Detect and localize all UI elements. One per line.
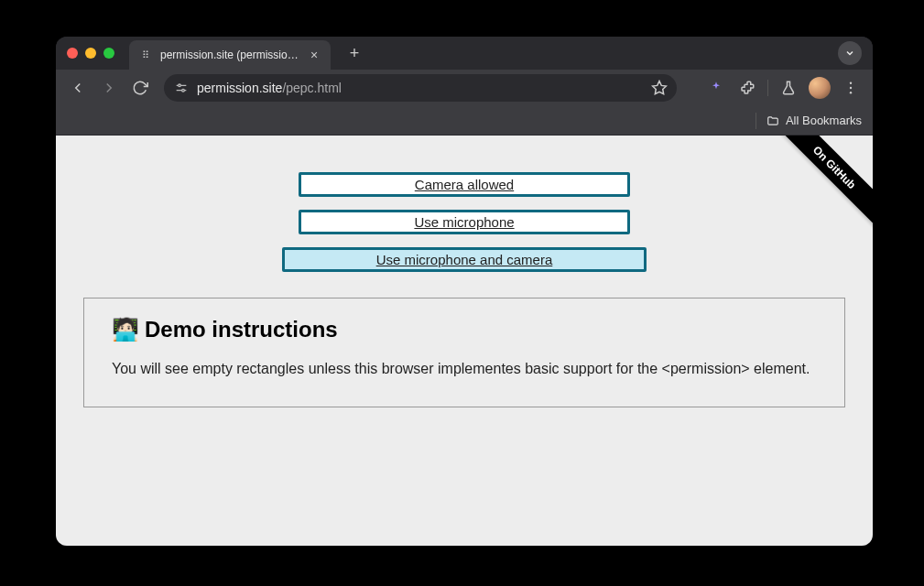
instructions-body: You will see empty rectangles unless thi…: [112, 359, 817, 379]
demo-instructions-box: 🧑🏻‍💻 Demo instructions You will see empt…: [83, 298, 845, 407]
new-tab-button[interactable]: +: [342, 40, 367, 66]
close-window-button[interactable]: [67, 48, 78, 59]
labs-icon[interactable]: [776, 75, 801, 101]
folder-icon: [766, 114, 780, 127]
instructions-heading-text: Demo instructions: [145, 317, 338, 342]
bookmark-star-icon[interactable]: [651, 80, 668, 96]
instructions-heading: 🧑🏻‍💻 Demo instructions: [112, 317, 817, 342]
all-bookmarks-label: All Bookmarks: [786, 114, 862, 127]
sparkle-icon[interactable]: [703, 75, 729, 101]
maximize-window-button[interactable]: [103, 48, 114, 59]
microphone-permission-button[interactable]: Use microphone: [299, 210, 630, 234]
site-settings-icon[interactable]: [173, 80, 190, 96]
toolbar-right: [703, 75, 864, 101]
avatar-image: [809, 77, 831, 99]
developer-icon: 🧑🏻‍💻: [112, 317, 139, 342]
toolbar: permission.site/pepc.html: [56, 70, 873, 106]
toolbar-separator: [767, 80, 768, 96]
svg-point-2: [179, 84, 181, 87]
svg-marker-4: [653, 81, 667, 94]
url-text: permission.site/pepc.html: [197, 81, 644, 95]
all-bookmarks-button[interactable]: All Bookmarks: [766, 114, 862, 127]
bookmarks-separator: [756, 113, 756, 129]
permission-buttons: Camera allowed Use microphone Use microp…: [56, 172, 873, 272]
tab-search-button[interactable]: [838, 41, 862, 65]
tab-title: permission.site (permission e: [160, 49, 299, 61]
close-tab-button[interactable]: ×: [307, 48, 321, 62]
forward-button[interactable]: [96, 75, 122, 101]
url-host: permission.site: [197, 81, 282, 95]
tab-favicon-icon: ⠿: [138, 48, 153, 62]
browser-window: ⠿ permission.site (permission e × + perm…: [56, 37, 873, 546]
profile-avatar[interactable]: [807, 75, 832, 101]
reload-button[interactable]: [127, 75, 153, 101]
microphone-camera-permission-button[interactable]: Use microphone and camera: [282, 247, 647, 272]
menu-button[interactable]: [838, 75, 864, 101]
bookmarks-bar: All Bookmarks: [56, 106, 873, 136]
back-button[interactable]: [65, 75, 91, 101]
extensions-icon[interactable]: [734, 75, 760, 101]
minimize-window-button[interactable]: [85, 48, 96, 59]
svg-point-5: [850, 82, 852, 84]
browser-tab[interactable]: ⠿ permission.site (permission e ×: [129, 40, 331, 70]
titlebar: ⠿ permission.site (permission e × +: [56, 37, 873, 70]
svg-point-3: [182, 89, 185, 92]
window-controls: [67, 48, 114, 59]
camera-permission-button[interactable]: Camera allowed: [299, 172, 630, 197]
address-bar[interactable]: permission.site/pepc.html: [164, 74, 677, 102]
svg-point-7: [850, 92, 852, 93]
url-path: /pepc.html: [282, 81, 342, 95]
page-content: On GitHub Camera allowed Use microphone …: [56, 136, 873, 546]
svg-point-6: [850, 87, 852, 89]
